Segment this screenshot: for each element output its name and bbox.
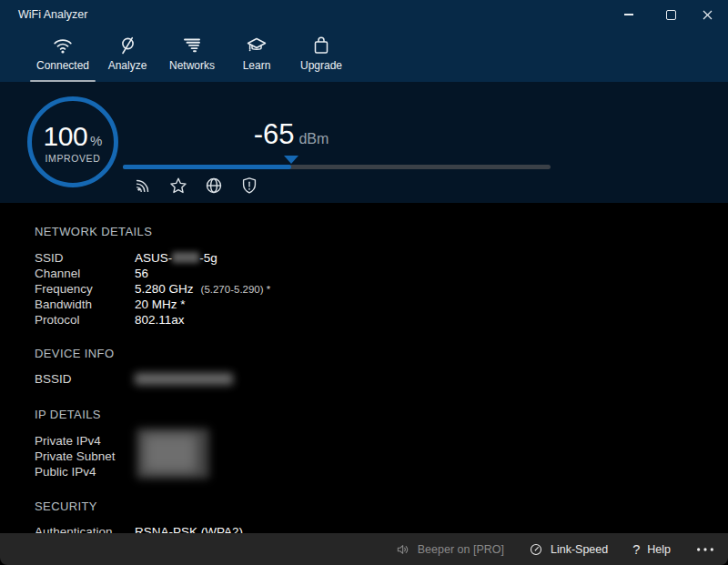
help-label: Help bbox=[647, 543, 671, 556]
shield-alert-icon[interactable] bbox=[239, 176, 259, 196]
star-icon[interactable] bbox=[168, 176, 188, 196]
network-details-rows: SSIDASUS--5g Channel56 Frequency5.280 GH… bbox=[35, 250, 270, 328]
help-button[interactable]: ? Help bbox=[632, 542, 671, 557]
row-private-ipv4: Private IPv4 bbox=[35, 433, 135, 449]
question-mark-icon: ? bbox=[632, 542, 640, 557]
ellipsis-icon bbox=[695, 543, 715, 556]
magnifier-icon bbox=[116, 35, 138, 56]
beeper-label: Beeper on [PRO] bbox=[418, 543, 504, 556]
device-info-rows: BSSID bbox=[35, 371, 233, 387]
gauge-icon bbox=[529, 542, 543, 557]
tab-connected[interactable]: Connected bbox=[30, 33, 96, 78]
signal-strength-icon[interactable] bbox=[133, 176, 153, 196]
section-heading-network: NETWORK DETAILS bbox=[35, 224, 152, 239]
status-bar: Beeper on [PRO] Link-Speed ? Help bbox=[0, 533, 728, 565]
tab-label: Learn bbox=[224, 59, 289, 72]
improvement-badge: 100 % IMPROVED bbox=[27, 96, 118, 187]
row-frequency: Frequency5.280 GHz(5.270-5.290) * bbox=[35, 281, 270, 297]
tab-label: Analyze bbox=[95, 59, 160, 72]
shopping-bag-icon bbox=[310, 35, 332, 56]
row-channel: Channel56 bbox=[35, 266, 270, 281]
maximize-icon bbox=[666, 10, 676, 20]
ip-details-rows: Private IPv4 Private Subnet Public IPv4 bbox=[35, 433, 135, 479]
bssid-redacted-mask bbox=[135, 373, 233, 385]
ip-redacted-mask bbox=[136, 429, 209, 479]
ssid-redacted-mask bbox=[172, 252, 199, 263]
network-list-icon bbox=[181, 35, 203, 56]
tab-networks[interactable]: Networks bbox=[159, 33, 225, 78]
graduation-cap-icon bbox=[246, 35, 268, 56]
beeper-toggle[interactable]: Beeper on [PRO] bbox=[396, 542, 504, 557]
wifi-icon bbox=[52, 35, 74, 56]
details-panel: NETWORK DETAILS SSIDASUS--5g Channel56 F… bbox=[0, 203, 728, 565]
improvement-unit: % bbox=[90, 133, 102, 148]
close-icon bbox=[703, 10, 713, 20]
link-speed-label: Link-Speed bbox=[551, 543, 608, 556]
quick-actions bbox=[133, 176, 259, 196]
row-protocol: Protocol802.11ax bbox=[35, 312, 270, 328]
tab-bar: Connected Analyze Networks Learn Upgrade bbox=[0, 29, 728, 82]
tab-label: Upgrade bbox=[288, 59, 354, 72]
dbm-unit: dBm bbox=[298, 131, 329, 146]
minimize-icon bbox=[624, 14, 633, 15]
row-bssid: BSSID bbox=[35, 371, 233, 387]
signal-slider-fill bbox=[123, 165, 291, 169]
section-heading-ip: IP DETAILS bbox=[35, 407, 101, 422]
speaker-icon bbox=[396, 542, 410, 557]
minimize-button[interactable] bbox=[608, 0, 650, 29]
improvement-caption: IMPROVED bbox=[46, 153, 101, 164]
signal-summary-panel: 100 % IMPROVED -65dBm bbox=[0, 82, 728, 203]
dbm-value: -65 bbox=[254, 118, 295, 150]
section-heading-security: SECURITY bbox=[35, 499, 97, 514]
close-button[interactable] bbox=[686, 0, 728, 29]
section-heading-device: DEVICE INFO bbox=[35, 346, 114, 361]
tab-label: Connected bbox=[30, 59, 96, 72]
title-bar: WiFi Analyzer bbox=[0, 0, 728, 29]
tab-analyze[interactable]: Analyze bbox=[95, 33, 160, 78]
dbm-readout: -65dBm bbox=[200, 118, 382, 151]
more-options-button[interactable] bbox=[695, 543, 715, 556]
improvement-value: 100 bbox=[44, 121, 88, 152]
tab-label: Networks bbox=[159, 59, 225, 72]
row-bandwidth: Bandwidth20 MHz * bbox=[35, 297, 270, 312]
tab-learn[interactable]: Learn bbox=[224, 33, 289, 78]
signal-slider-marker[interactable] bbox=[284, 156, 298, 164]
tab-upgrade[interactable]: Upgrade bbox=[288, 33, 354, 78]
window-title: WiFi Analyzer bbox=[18, 0, 87, 29]
globe-icon[interactable] bbox=[204, 176, 224, 196]
row-private-subnet: Private Subnet bbox=[35, 449, 135, 464]
signal-slider-track[interactable] bbox=[123, 165, 551, 169]
link-speed-button[interactable]: Link-Speed bbox=[529, 542, 608, 557]
row-public-ipv4: Public IPv4 bbox=[35, 464, 135, 479]
row-ssid: SSIDASUS--5g bbox=[35, 250, 270, 266]
